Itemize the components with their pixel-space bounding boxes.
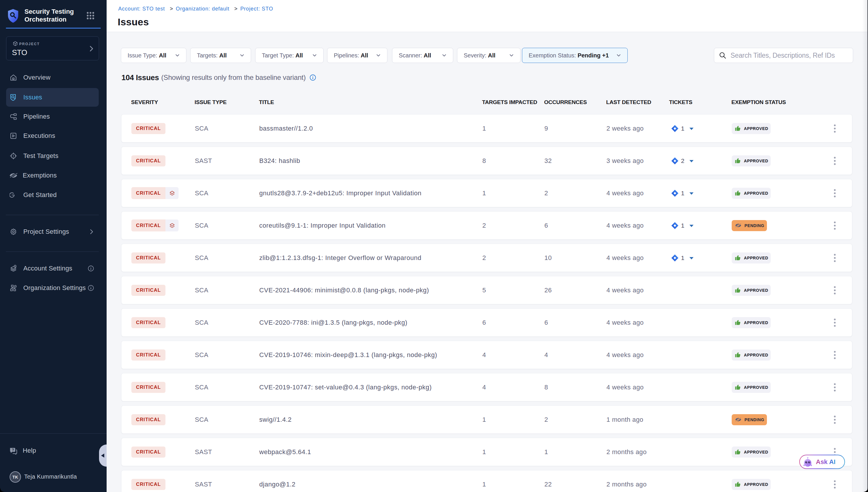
svg-text:?: ? (12, 448, 14, 452)
